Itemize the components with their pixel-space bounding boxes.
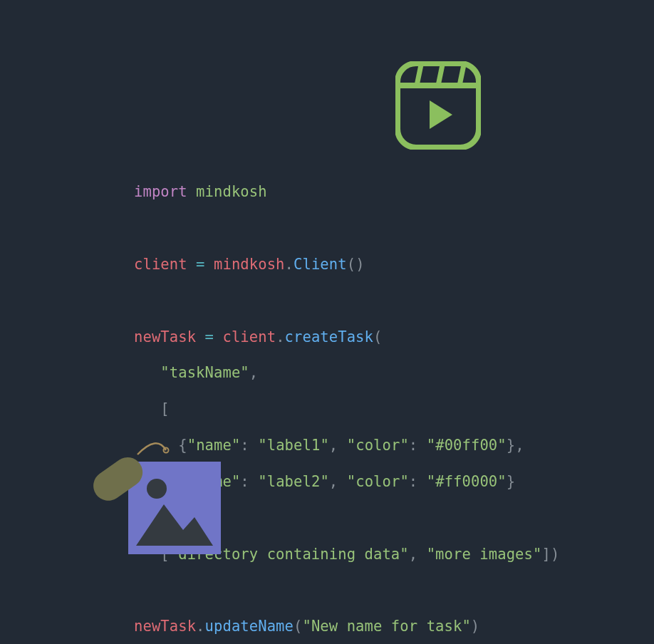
- code-line-2: client = mindkosh.Client(): [134, 256, 559, 274]
- code-line-1: import mindkosh: [134, 183, 559, 201]
- op-assign: =: [196, 256, 204, 273]
- code-line-5: [: [134, 400, 559, 418]
- label2-color: #ff0000: [435, 473, 497, 490]
- label2-name: label2: [267, 473, 321, 490]
- tagged-image-icon: [89, 440, 232, 568]
- label1-color: #00ff00: [435, 437, 497, 454]
- fn-client: Client: [294, 256, 347, 273]
- arg-newname: New name for task: [311, 618, 462, 635]
- code-line-3: newTask = client.createTask(: [134, 328, 559, 346]
- code-line-10: newTask.updateName("New name for task"): [134, 618, 559, 635]
- label1-name: label1: [267, 437, 321, 454]
- keyword-import: import: [134, 183, 187, 200]
- fn-updatename: updateName: [205, 618, 294, 635]
- video-player-icon: [395, 61, 481, 150]
- module-ref: mindkosh: [214, 256, 285, 273]
- svg-line-2: [417, 65, 421, 85]
- blank-line: [134, 219, 559, 237]
- arg-taskname: taskName: [170, 364, 241, 381]
- blank-line: [134, 581, 559, 599]
- code-line-4: "taskName",: [134, 364, 559, 382]
- blank-line: [134, 292, 559, 310]
- module-name: mindkosh: [196, 183, 267, 200]
- svg-line-3: [438, 65, 442, 85]
- svg-line-4: [460, 65, 464, 85]
- fn-createtask: createTask: [285, 328, 373, 346]
- var-newtask: newTask: [134, 328, 196, 346]
- code-block: import mindkosh client = mindkosh.Client…: [134, 165, 559, 644]
- svg-marker-5: [430, 100, 452, 129]
- var-client: client: [134, 256, 187, 273]
- data-dir-2: more images: [435, 546, 533, 563]
- svg-point-8: [147, 479, 167, 499]
